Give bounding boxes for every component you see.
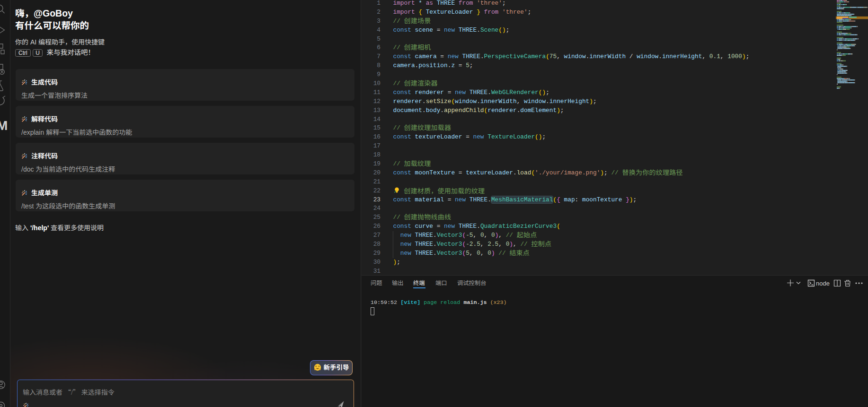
svg-text:node: node <box>816 280 830 287</box>
svg-text:M: M <box>0 118 8 133</box>
